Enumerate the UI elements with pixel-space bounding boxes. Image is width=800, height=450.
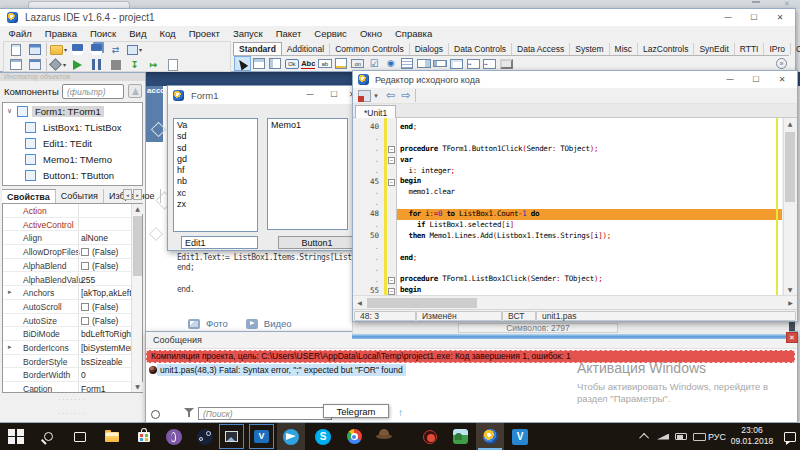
listbox-item[interactable]: hf — [177, 165, 257, 176]
property-row-Caption[interactable]: CaptionForm1 — [3, 382, 132, 393]
property-row-BorderWidth[interactable]: BorderWidth0 — [3, 368, 132, 382]
menu-Справка[interactable]: Справка — [388, 27, 438, 40]
code-line[interactable]: end; — [400, 253, 782, 264]
code-line[interactable] — [400, 264, 782, 275]
code-line[interactable]: begin — [400, 285, 782, 295]
menu-Окно[interactable]: Окно — [353, 27, 388, 40]
menu-Пакет[interactable]: Пакет — [269, 27, 308, 40]
taskbar-notification-icon[interactable] — [776, 423, 800, 450]
menu-Поиск[interactable]: Поиск — [83, 27, 122, 40]
menu-Запуск[interactable]: Запуск — [226, 27, 269, 40]
palette-tab-Misc[interactable]: Misc — [610, 43, 638, 55]
taskbar-search-icon[interactable] — [34, 423, 62, 450]
editor-vscrollbar[interactable]: ▲ ▼ — [783, 118, 796, 295]
component-togglebox-icon[interactable]: on — [350, 56, 367, 71]
messages-close-button[interactable]: ✕ — [786, 332, 798, 343]
property-row-AutoScroll[interactable]: AutoScroll(False) — [3, 300, 132, 314]
tree-item-Form1[interactable]: ∨Form1: TForm1 — [3, 103, 142, 119]
property-value[interactable]: Form1 — [81, 384, 106, 393]
inspector-tab-Свойства[interactable]: Свойства — [2, 189, 56, 203]
minimize-icon[interactable]: — — [715, 10, 741, 25]
property-row-BiDiMode[interactable]: BiDiModebdLeftToRight — [3, 327, 132, 341]
palette-tab-Data Access[interactable]: Data Access — [512, 43, 570, 55]
property-row-ActiveControl[interactable]: ActiveControl — [3, 218, 132, 232]
palette-tab-Additional[interactable]: Additional — [282, 43, 330, 55]
menu-Файл[interactable]: Файл — [2, 27, 38, 40]
code-line[interactable]: then Memo1.Lines.Add(Listbox1.Items.Stri… — [400, 231, 782, 242]
palette-tab-System[interactable]: System — [570, 43, 609, 55]
property-row-AlphaBlend[interactable]: AlphaBlend(False) — [3, 259, 132, 273]
code-line[interactable]: i: integer; — [400, 166, 782, 177]
listbox-item[interactable]: gd — [177, 154, 257, 165]
listbox-item[interactable]: sd — [177, 131, 257, 142]
palette-tab-Dialogs[interactable]: Dialogs — [410, 43, 449, 55]
code-line[interactable] — [400, 198, 782, 209]
build-mode-icon[interactable]: ▾ — [125, 42, 144, 57]
component-label-icon[interactable]: Abc — [300, 56, 317, 71]
fold-marker-icon[interactable]: − — [388, 179, 395, 186]
taskbar-clock[interactable]: 23:0609.01.2018 — [729, 425, 775, 447]
editor-back-icon[interactable]: ⇦ — [386, 89, 395, 102]
editor-minimize-icon[interactable]: — — [717, 72, 743, 87]
expand-icon[interactable]: ▸ — [8, 288, 12, 296]
editor-code-area[interactable]: end;procedure TForm1.Button1Click(Sender… — [397, 118, 782, 295]
taskbar-telegram-icon[interactable] — [277, 423, 305, 450]
code-line[interactable] — [400, 242, 782, 253]
splitter-dots[interactable]: ······· — [0, 410, 145, 416]
filter-input[interactable]: (фильтр) — [62, 84, 124, 99]
component-edit-icon[interactable]: ab — [317, 56, 334, 71]
taskbar-recorder-icon[interactable] — [416, 423, 444, 450]
step-out-icon[interactable] — [163, 57, 182, 72]
property-row-AlphaBlendValu[interactable]: AlphaBlendValu255 — [3, 273, 132, 287]
new-unit-icon[interactable] — [6, 42, 25, 57]
editor-maximize-icon[interactable]: ☐ — [743, 72, 769, 87]
listbox-item[interactable]: zx — [177, 199, 257, 210]
editor-unit-dropdown-icon[interactable]: ▼ — [373, 93, 379, 99]
messages-clock-icon[interactable] — [151, 410, 160, 419]
design-memo[interactable]: Memo1 — [267, 118, 348, 230]
palette-tab-Chart[interactable]: Chart — [791, 43, 800, 55]
save-icon[interactable] — [68, 42, 87, 57]
tree-expand-icon[interactable]: ∨ — [7, 107, 15, 115]
tab-scroll-left[interactable]: ◂ — [123, 189, 132, 200]
property-value[interactable]: (False) — [81, 302, 118, 312]
property-value[interactable]: [akTop,akLeft] — [81, 288, 132, 298]
photo-link[interactable]: Фото — [206, 318, 228, 329]
component-checkbox-icon[interactable]: ☑ — [366, 56, 383, 71]
main-titlebar[interactable]: Lazarus IDE v1.6.4 - project1 — [0, 9, 795, 26]
menu-Вид[interactable]: Вид — [123, 27, 153, 40]
video-icon[interactable] — [246, 319, 258, 329]
palette-tab-LazControls[interactable]: LazControls — [638, 43, 694, 55]
tab-scroll-right[interactable]: ▸ — [133, 189, 142, 200]
property-row-AutoSize[interactable]: AutoSize(False) — [3, 314, 132, 328]
view-units-icon[interactable] — [6, 57, 25, 72]
tree-item-Edit1[interactable]: Edit1: TEdit — [3, 135, 142, 151]
taskbar-photos-icon[interactable] — [219, 424, 244, 449]
step-over-icon[interactable]: ↦ — [144, 57, 163, 72]
component-radiobutton-icon[interactable]: ◉ — [383, 56, 400, 71]
taskbar-language[interactable]: РУС — [708, 423, 726, 450]
pause-icon[interactable] — [87, 57, 106, 72]
listbox-item[interactable]: Va — [177, 120, 257, 131]
menu-Правка[interactable]: Правка — [38, 27, 83, 40]
messages-filter-input[interactable]: (Поиск) — [198, 407, 332, 420]
component-memo-icon[interactable] — [333, 56, 350, 71]
message-row-error-detail[interactable]: unit1.pas(48,3) Fatal: Syntax error, ";"… — [147, 363, 406, 376]
taskbar-skype-icon[interactable]: S — [309, 423, 337, 450]
property-row-Action[interactable]: Action — [3, 204, 132, 218]
fold-marker-icon[interactable]: − — [388, 277, 395, 284]
editor-forward-icon[interactable]: ⇨ — [401, 89, 410, 102]
code-line[interactable] — [400, 133, 782, 144]
palette-tab-Data Controls[interactable]: Data Controls — [449, 43, 512, 55]
component-checkgroup-icon[interactable]: ▪▪ — [482, 56, 499, 71]
menu-Сервис[interactable]: Сервис — [308, 27, 354, 40]
photo-icon[interactable] — [188, 319, 200, 329]
editor-close-icon[interactable]: ✕ — [769, 72, 795, 87]
video-link[interactable]: Видео — [264, 318, 292, 329]
form-canvas[interactable]: Vasdsdgdhfnbxczx Memo1 Edit1 Button1 — [168, 104, 358, 250]
taskbar-v-player-icon[interactable]: V — [249, 424, 274, 449]
taskbar-steam-icon[interactable] — [191, 423, 219, 450]
palette-tab-Standard[interactable]: Standard — [233, 42, 282, 55]
tree-item-ListBox1[interactable]: ListBox1: TListBox — [3, 119, 142, 135]
property-row-BorderStyle[interactable]: BorderStylebsSizeable — [3, 355, 132, 369]
